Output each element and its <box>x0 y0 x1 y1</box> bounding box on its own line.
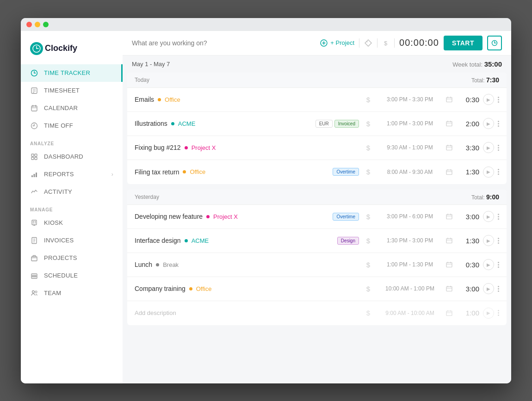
svg-point-47 <box>367 41 368 42</box>
calendar-icon[interactable] <box>446 96 457 103</box>
play-button[interactable]: ▶ <box>483 211 494 222</box>
more-button[interactable] <box>498 238 499 244</box>
calendar-icon[interactable] <box>446 237 457 244</box>
entry-billable-icon[interactable]: $ <box>363 261 374 269</box>
svg-rect-52 <box>446 98 452 102</box>
sidebar-item-schedule[interactable]: SCHEDULE <box>21 267 123 284</box>
sidebar-item-calendar[interactable]: CALENDAR <box>21 99 123 117</box>
search-input[interactable] <box>132 39 315 47</box>
play-button[interactable]: ▶ <box>483 94 494 105</box>
more-button[interactable] <box>498 262 499 268</box>
sidebar-item-time-off[interactable]: TIME OFF <box>21 117 123 135</box>
play-button[interactable]: ▶ <box>483 118 494 129</box>
tag-badge-overtime: Overtime <box>333 168 359 176</box>
entry-billable-icon[interactable]: $ <box>363 285 374 293</box>
more-button[interactable] <box>498 310 499 316</box>
entry-time-range: 1:00 PM - 1:30 PM <box>377 261 442 268</box>
dashboard-icon <box>30 153 38 161</box>
add-description-placeholder[interactable]: Add description <box>135 309 176 316</box>
sidebar-item-activity[interactable]: ACTIVITY <box>21 183 123 201</box>
entry-time-range: 8:00 AM - 9:30 AM <box>377 169 442 175</box>
calendar-icon[interactable] <box>446 285 457 292</box>
entry-text: Illustrations <box>135 120 167 127</box>
project-dot <box>156 263 159 266</box>
minimize-button[interactable] <box>35 22 40 27</box>
week-total-value: 35:00 <box>484 60 502 68</box>
table-row: Illustrations ACME EUR Invoiced $ 1:00 P… <box>127 112 507 136</box>
table-row: Emails Office $ 3:00 PM - 3:30 PM 0:30 ▶ <box>127 88 507 112</box>
sidebar-item-invoices[interactable]: INVOICES <box>21 232 123 249</box>
reports-arrow-icon: › <box>111 171 113 178</box>
entry-time-range: 10:00 AM - 1:00 PM <box>377 285 442 292</box>
play-button[interactable]: ▶ <box>483 283 494 294</box>
logo-text: Clockify <box>45 43 77 53</box>
svg-point-42 <box>32 290 35 293</box>
entry-duration: 3:30 <box>461 144 479 152</box>
add-project-label: + Project <box>330 39 354 46</box>
sidebar-item-kiosk[interactable]: KIOSK <box>21 214 123 232</box>
table-row: Developing new feature Project X Overtim… <box>127 205 507 229</box>
entry-billable-icon[interactable]: $ <box>363 237 374 245</box>
play-button[interactable]: ▶ <box>483 235 494 246</box>
titlebar <box>21 18 511 31</box>
reports-icon <box>30 170 38 179</box>
entry-time-range: 3:00 PM - 3:30 PM <box>377 96 442 103</box>
group-header-today: Today Total: 7:30 <box>127 73 507 88</box>
sidebar-item-timesheet[interactable]: TIMESHEET <box>21 82 123 99</box>
entry-duration: 3:00 <box>461 285 479 293</box>
entry-billable-icon[interactable]: $ <box>363 168 374 176</box>
entry-billable-icon[interactable]: $ <box>363 213 374 221</box>
more-button[interactable] <box>498 145 499 151</box>
entry-project: Break <box>163 261 179 268</box>
calendar-icon[interactable] <box>446 261 457 268</box>
more-button[interactable] <box>498 121 499 127</box>
activity-icon <box>30 188 38 196</box>
more-button[interactable] <box>498 286 499 292</box>
svg-rect-84 <box>446 311 452 315</box>
calendar-icon[interactable] <box>446 144 457 151</box>
calendar-icon[interactable] <box>446 310 457 316</box>
timer-mode-button[interactable] <box>487 36 502 50</box>
team-icon <box>30 289 38 297</box>
more-button[interactable] <box>498 169 499 175</box>
sidebar-item-team[interactable]: TEAM <box>21 284 123 302</box>
add-project-button[interactable]: + Project <box>320 39 354 47</box>
svg-rect-76 <box>446 263 452 267</box>
invoices-icon <box>30 236 38 245</box>
more-button[interactable] <box>498 97 499 103</box>
close-button[interactable] <box>26 22 32 27</box>
play-button[interactable]: ▶ <box>483 142 494 153</box>
start-button[interactable]: START <box>444 36 483 50</box>
entry-billable-icon[interactable]: $ <box>363 120 374 128</box>
play-button[interactable]: ▶ <box>483 167 494 178</box>
entry-billable-icon[interactable]: $ <box>363 144 374 152</box>
calendar-icon[interactable] <box>446 120 457 127</box>
play-button[interactable]: ▶ <box>483 259 494 270</box>
entry-tags: Overtime <box>333 213 359 221</box>
entry-billable-icon[interactable]: $ <box>363 96 374 104</box>
sidebar-item-reports[interactable]: REPORTS › <box>21 166 123 183</box>
calendar-icon[interactable] <box>446 169 457 175</box>
sidebar-item-time-tracker[interactable]: TIME TRACKER <box>21 64 123 82</box>
sidebar-item-dashboard[interactable]: DASHBOARD <box>21 148 123 166</box>
more-button[interactable] <box>498 214 499 220</box>
divider-2 <box>377 38 377 48</box>
entry-project: Office <box>165 96 180 103</box>
group-total-yesterday: Total: 9:00 <box>471 193 499 201</box>
group-date-today: Today <box>135 77 149 83</box>
calendar-icon[interactable] <box>446 213 457 220</box>
tag-icon[interactable] <box>364 39 372 47</box>
add-project-icon <box>320 39 328 47</box>
sidebar-item-projects[interactable]: PROJECTS <box>21 249 123 267</box>
svg-rect-24 <box>32 220 37 225</box>
maximize-button[interactable] <box>43 22 49 27</box>
svg-rect-19 <box>31 157 34 160</box>
play-button[interactable]: ▶ <box>483 308 494 319</box>
svg-rect-25 <box>33 221 34 222</box>
tag-badge-eur: EUR <box>315 120 333 128</box>
group-total-today: Total: 7:30 <box>471 76 499 84</box>
entry-billable-icon[interactable]: $ <box>363 309 374 317</box>
entry-description: Lunch Break <box>135 261 355 268</box>
dollar-icon[interactable]: $ <box>382 39 390 47</box>
svg-text:$: $ <box>384 40 388 47</box>
